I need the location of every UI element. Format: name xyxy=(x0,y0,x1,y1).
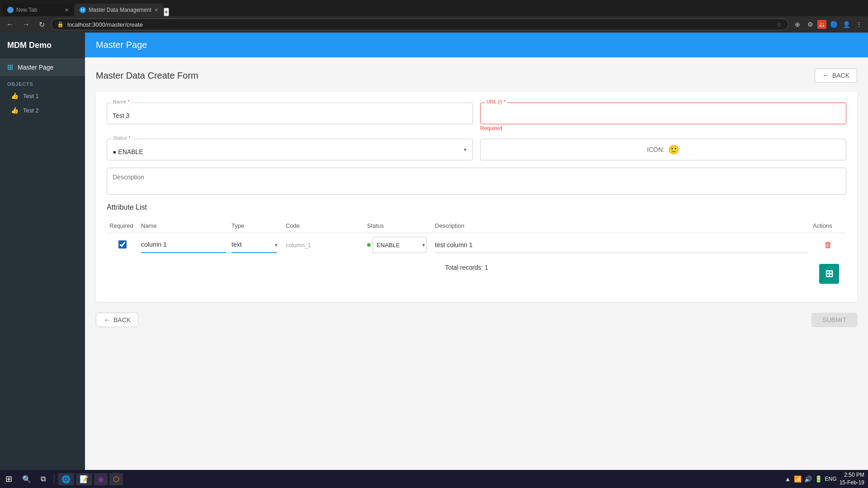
status-select[interactable]: ● ENABLE DISABLE xyxy=(107,139,473,160)
extension-icon-2[interactable]: ⚙ xyxy=(805,19,816,30)
new-tab-favicon xyxy=(7,7,14,13)
taskbar-task-view[interactable]: ⧉ xyxy=(36,472,50,486)
menu-icon[interactable]: ⋮ xyxy=(854,19,864,30)
name-field: Name xyxy=(107,103,473,131)
row-code-cell: column_1 xyxy=(283,233,364,257)
taskbar-divider xyxy=(54,474,54,484)
table-row: text number date column_1 xyxy=(107,233,846,257)
attribute-section: Attribute List Required Name Type Code S… xyxy=(107,203,846,291)
form-title: Master Data Create Form xyxy=(96,70,198,81)
tray-network-icon[interactable]: ▲ xyxy=(785,475,791,483)
objects-section-label: OBJECTS xyxy=(0,76,85,89)
close-new-tab[interactable]: ✕ xyxy=(65,7,69,13)
forward-nav-button[interactable]: → xyxy=(20,19,33,29)
language-badge[interactable]: ENG xyxy=(825,476,837,482)
row-type-cell: text number date xyxy=(229,233,283,257)
taskbar: ⊞ 🔍 ⧉ 🌐 📝 ◉ ⬡ ▲ 📶 🔊 🔋 ENG 2:50 PM 15-Feb… xyxy=(0,470,868,488)
status-field: Status ● ENABLE DISABLE xyxy=(107,139,473,160)
col-header-actions: Actions xyxy=(810,219,846,233)
submit-button[interactable]: SUBMIT xyxy=(811,313,857,327)
top-back-button[interactable]: ← BACK xyxy=(815,68,857,83)
browser-tabs: New Tab ✕ M Master Data Management ✕ + xyxy=(0,0,868,16)
test1-label: Test 1 xyxy=(23,93,39,99)
new-tab-button[interactable]: + xyxy=(164,8,169,16)
name-input[interactable] xyxy=(107,103,473,124)
clock: 2:50 PM 15-Feb-19 xyxy=(840,471,864,487)
url-field: URL (/) Required xyxy=(480,103,846,131)
page-header-title: Master Page xyxy=(96,40,147,50)
extension-icon-1[interactable]: ⊕ xyxy=(792,19,803,30)
tray-battery-icon[interactable]: 🔋 xyxy=(815,475,822,483)
name-label: Name xyxy=(111,99,132,104)
row-status-select[interactable]: ENABLE DISABLE xyxy=(373,237,427,253)
bottom-back-label: BACK xyxy=(113,316,131,324)
tray-volume-icon[interactable]: 🔊 xyxy=(804,475,812,483)
content-area: Master Data Create Form ← BACK Name URL … xyxy=(85,57,868,470)
sidebar-item-test1[interactable]: 👍 Test 1 xyxy=(0,89,85,103)
back-nav-button[interactable]: ← xyxy=(4,19,16,29)
taskbar-app3[interactable]: ◉ xyxy=(94,473,108,485)
lock-icon: 🔒 xyxy=(57,21,64,28)
row-actions-cell: 🗑 xyxy=(810,233,846,257)
attribute-table: Required Name Type Code Status Descripti… xyxy=(107,219,846,257)
new-tab-label: New Tab xyxy=(16,7,37,13)
close-mdm-tab[interactable]: ✕ xyxy=(154,7,158,13)
main-content: Master Page Master Data Create Form ← BA… xyxy=(85,33,868,470)
sidebar-item-master-page[interactable]: ⊞ Master Page xyxy=(0,58,85,76)
url-display: localhost:3000/master/create xyxy=(67,21,773,28)
url-error-msg: Required xyxy=(480,125,846,131)
form-title-row: Master Data Create Form ← BACK xyxy=(96,68,857,83)
browser-toolbar: ← → ↻ 🔒 localhost:3000/master/create ☆ ⊕… xyxy=(0,16,868,33)
taskbar-app4[interactable]: ⬡ xyxy=(109,473,123,485)
system-tray: ▲ 📶 🔊 🔋 ENG 2:50 PM 15-Feb-19 xyxy=(785,471,864,487)
row-name-input[interactable] xyxy=(141,237,226,253)
row-required-checkbox[interactable] xyxy=(118,240,127,249)
start-button[interactable]: ⊞ xyxy=(4,472,14,486)
extension-icon-4[interactable]: 🔵 xyxy=(828,19,839,30)
test2-icon: 👍 xyxy=(11,107,19,114)
test2-label: Test 2 xyxy=(23,107,39,114)
row-description-cell xyxy=(432,233,810,257)
description-textarea[interactable] xyxy=(107,168,846,195)
total-records-label: Total records: xyxy=(445,264,483,271)
tab-mdm[interactable]: M Master Data Management ✕ xyxy=(74,4,164,16)
add-row-icon: ⊞ xyxy=(825,268,833,280)
col-header-type: Type xyxy=(229,219,283,233)
table-header-row: Required Name Type Code Status Descripti… xyxy=(107,219,846,233)
page-header: Master Page xyxy=(85,33,868,57)
taskbar-vscode[interactable]: 📝 xyxy=(76,473,92,485)
bookmark-icon[interactable]: ☆ xyxy=(777,21,783,28)
bottom-back-arrow-icon: ← xyxy=(104,316,111,324)
sidebar-item-test2[interactable]: 👍 Test 2 xyxy=(0,103,85,117)
toolbar-icons: ⊕ ⚙ 🦊 🔵 👤 ⋮ xyxy=(792,19,864,30)
tab-new-tab[interactable]: New Tab ✕ xyxy=(2,4,74,16)
row-status-dot xyxy=(367,243,371,247)
clock-time: 2:50 PM xyxy=(840,471,864,479)
icon-field-label: ICON: xyxy=(647,146,665,153)
profile-icon[interactable]: 👤 xyxy=(841,19,852,30)
address-bar[interactable]: 🔒 localhost:3000/master/create ☆ xyxy=(51,19,788,30)
col-header-name: Name xyxy=(138,219,229,233)
row-description-input[interactable] xyxy=(435,237,807,253)
sidebar-brand: MDM Demo xyxy=(0,33,85,58)
taskbar-chrome[interactable]: 🌐 xyxy=(58,473,74,485)
form-card: Name URL (/) Required Status xyxy=(96,92,857,302)
mdm-tab-label: Master Data Management xyxy=(89,7,151,13)
sidebar: MDM Demo ⊞ Master Page OBJECTS 👍 Test 1 … xyxy=(0,33,85,470)
description-field xyxy=(107,168,846,196)
taskbar-search[interactable]: 🔍 xyxy=(19,472,34,486)
url-input[interactable] xyxy=(480,103,846,124)
form-row-status-icon: Status ● ENABLE DISABLE ICON: 🙂 xyxy=(107,139,846,160)
test1-icon: 👍 xyxy=(11,92,19,99)
extension-icon-3[interactable]: 🦊 xyxy=(817,20,826,29)
reload-button[interactable]: ↻ xyxy=(36,19,47,30)
bottom-back-button[interactable]: ← BACK xyxy=(96,313,138,327)
tray-wifi-icon[interactable]: 📶 xyxy=(794,475,802,483)
form-row-description xyxy=(107,168,846,196)
row-type-select[interactable]: text number date xyxy=(231,237,277,253)
type-select-wrapper: text number date xyxy=(231,237,280,253)
add-row-button[interactable]: ⊞ xyxy=(819,264,839,284)
icon-field[interactable]: ICON: 🙂 xyxy=(480,139,846,160)
smiley-icon: 🙂 xyxy=(668,144,679,155)
delete-row-button[interactable]: 🗑 xyxy=(822,239,834,252)
